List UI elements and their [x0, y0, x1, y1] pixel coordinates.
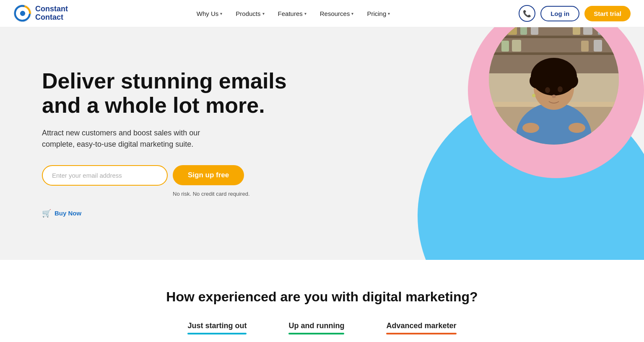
nav-item-pricing[interactable]: Pricing ▾	[361, 7, 396, 21]
nav-item-products[interactable]: Products ▾	[230, 7, 270, 21]
nav-item-resources[interactable]: Resources ▾	[314, 7, 360, 21]
svg-rect-8	[520, 27, 527, 35]
svg-point-33	[522, 123, 539, 133]
chevron-down-icon: ▾	[220, 11, 222, 16]
chevron-down-icon: ▾	[351, 11, 353, 16]
buy-now-label: Buy Now	[55, 210, 81, 217]
svg-point-34	[569, 123, 585, 133]
cart-icon: 🛒	[42, 209, 51, 218]
start-trial-button[interactable]: Start trial	[584, 6, 631, 21]
chevron-down-icon: ▾	[388, 11, 390, 16]
login-button[interactable]: Log in	[540, 6, 579, 21]
svg-rect-5	[489, 52, 619, 55]
hero-section: Deliver stunning emails and a whole lot …	[0, 27, 644, 260]
svg-rect-10	[573, 27, 580, 35]
tab-starting-out[interactable]: Just starting out	[187, 321, 247, 338]
svg-rect-4	[489, 36, 619, 38]
svg-point-35	[532, 94, 535, 97]
logo-line1: Constant	[35, 5, 68, 13]
svg-point-1	[20, 11, 25, 16]
hero-form: Sign up free	[42, 165, 293, 186]
nav-label-pricing: Pricing	[367, 10, 386, 17]
logo-line2: Contact	[35, 13, 68, 22]
buy-now-link[interactable]: 🛒 Buy Now	[42, 209, 293, 218]
nav-label-resources: Resources	[320, 10, 350, 17]
svg-rect-14	[512, 40, 521, 52]
nav-item-features[interactable]: Features ▾	[272, 7, 312, 21]
hero-subtitle: Attract new customers and boost sales wi…	[42, 127, 222, 150]
brand-logo[interactable]: Constant Contact	[13, 4, 68, 23]
chevron-down-icon: ▾	[262, 11, 265, 16]
svg-rect-11	[583, 27, 592, 35]
email-input[interactable]	[42, 165, 168, 186]
phone-icon: 📞	[523, 10, 531, 18]
signup-button[interactable]: Sign up free	[173, 165, 244, 185]
svg-rect-15	[581, 41, 589, 52]
tab-advanced-marketer[interactable]: Advanced marketer	[386, 321, 456, 338]
navbar: Constant Contact Why Us ▾ Products ▾ Fea…	[0, 0, 644, 27]
nav-label-products: Products	[236, 10, 260, 17]
nav-label-features: Features	[278, 10, 303, 17]
hero-title: Deliver stunning emails and a whole lot …	[42, 69, 293, 117]
tab-up-and-running[interactable]: Up and running	[288, 321, 344, 338]
phone-button[interactable]: 📞	[519, 5, 535, 22]
svg-rect-9	[531, 27, 538, 35]
nav-item-whyus[interactable]: Why Us ▾	[191, 7, 229, 21]
hero-illustration	[376, 27, 644, 260]
nav-links: Why Us ▾ Products ▾ Features ▾ Resources…	[191, 7, 396, 21]
nav-label-whyus: Why Us	[197, 10, 219, 17]
no-risk-text: No risk. No credit card required.	[173, 191, 293, 197]
hero-content: Deliver stunning emails and a whole lot …	[0, 44, 293, 243]
svg-point-30	[552, 95, 556, 98]
svg-point-27	[546, 64, 561, 79]
experience-section: How experienced are you with digital mar…	[0, 260, 644, 342]
svg-rect-16	[594, 40, 602, 52]
svg-rect-13	[501, 41, 509, 52]
experience-heading: How experienced are you with digital mar…	[17, 289, 627, 305]
svg-point-28	[545, 87, 550, 93]
experience-tabs: Just starting out Up and running Advance…	[17, 321, 627, 338]
nav-actions: 📞 Log in Start trial	[519, 5, 631, 22]
svg-point-29	[558, 86, 563, 92]
chevron-down-icon: ▾	[304, 11, 306, 16]
